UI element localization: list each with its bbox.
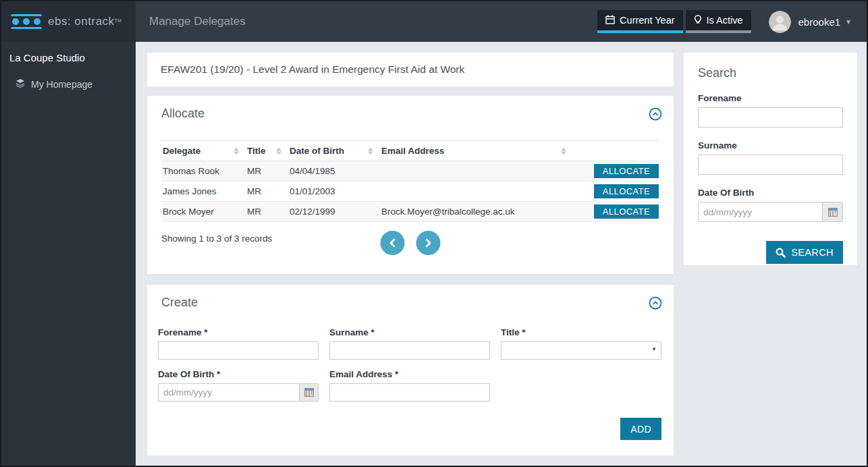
email-field[interactable] (329, 383, 490, 402)
dob-label: Date Of Birth * (158, 369, 319, 379)
title-select[interactable] (501, 341, 661, 360)
cell-title: MR (246, 161, 288, 182)
sort-icon[interactable] (234, 147, 239, 155)
search-button[interactable]: SEARCH (766, 241, 843, 264)
cell-email (380, 161, 573, 182)
header-controls: Current Year Is Active ebrooke1 ▼ (597, 1, 867, 42)
main-content: EFAW201 (19/20) - Level 2 Award in Emerg… (136, 42, 867, 466)
search-dob-field[interactable] (698, 202, 822, 222)
brand-logo[interactable]: ebs: ontrack TM (1, 1, 136, 42)
create-collapse-button[interactable] (648, 296, 663, 310)
course-title: EFAW201 (19/20) - Level 2 Award in Emerg… (161, 63, 464, 76)
current-year-toggle[interactable]: Current Year (597, 10, 682, 33)
allocate-button[interactable]: ALLOCATE (594, 204, 659, 219)
user-avatar[interactable] (769, 11, 791, 33)
search-forename-label: Forename (698, 93, 843, 103)
table-row: James Jones MR 01/01/2003 ALLOCATE (161, 182, 659, 202)
next-page-button[interactable] (416, 231, 440, 255)
allocate-panel-header: Allocate (147, 96, 674, 121)
cell-delegate: Thomas Rook (161, 161, 246, 182)
allocate-collapse-button[interactable] (648, 107, 663, 121)
title-select-wrap (501, 341, 661, 360)
is-active-toggle[interactable]: Is Active (686, 10, 751, 33)
chevron-left-icon (388, 238, 396, 248)
title-field-group: Title * (501, 327, 661, 360)
brand-name: ebs: ontrack (48, 15, 115, 28)
page-title: Manage Delegates (149, 1, 246, 42)
sidebar-item-label: My Homepage (31, 79, 92, 90)
search-surname-field[interactable] (698, 155, 843, 175)
pagination (380, 231, 440, 255)
cell-dob: 01/01/2003 (288, 182, 380, 202)
dob-field[interactable] (158, 383, 299, 402)
allocate-panel: Allocate Delegate Title (147, 96, 674, 274)
email-field-group: Email Address * (329, 369, 490, 402)
search-actions: SEARCH (698, 241, 843, 264)
homepage-icon (16, 78, 25, 90)
cell-delegate: Brock Moyer (161, 202, 246, 222)
calendar-icon (304, 388, 314, 397)
app-window: ebs: ontrack TM Manage Delegates Current… (0, 0, 868, 467)
allocate-button[interactable]: ALLOCATE (594, 164, 659, 178)
sort-icon[interactable] (368, 147, 373, 155)
add-button[interactable]: ADD (620, 418, 661, 440)
ebs-logo-icon (11, 14, 42, 29)
surname-field[interactable] (329, 341, 490, 360)
sidebar: La Coupe Studio My Homepage (1, 42, 136, 466)
chevron-up-circle-icon (648, 296, 663, 310)
chevron-up-circle-icon (648, 107, 663, 121)
chevron-right-icon (424, 238, 432, 248)
cell-delegate: James Jones (161, 182, 246, 202)
allocate-panel-title: Allocate (161, 107, 205, 120)
allocate-button[interactable]: ALLOCATE (594, 184, 659, 198)
search-surname-label: Surname (698, 140, 843, 150)
sidebar-item-my-homepage[interactable]: My Homepage (1, 73, 136, 95)
calendar-picker-button[interactable] (299, 383, 319, 402)
surname-field-group: Surname * (329, 327, 490, 360)
main-column: EFAW201 (19/20) - Level 2 Award in Emerg… (147, 53, 674, 456)
table-row: Thomas Rook MR 04/04/1985 ALLOCATE (161, 161, 659, 182)
forename-field-group: Forename * (158, 327, 319, 360)
create-actions: ADD (147, 402, 674, 440)
column-header-title[interactable]: Title (246, 141, 288, 161)
search-column: Search Forename Surname Date Of Birth (684, 53, 857, 265)
dob-field-group: Date Of Birth * (158, 369, 319, 402)
is-active-label: Is Active (707, 15, 743, 26)
forename-label: Forename * (158, 327, 319, 337)
table-row: Brock Moyer MR 02/12/1999 Brock.Moyer@tr… (161, 202, 659, 222)
cell-title: MR (246, 182, 288, 202)
current-year-label: Current Year (620, 15, 674, 26)
title-label: Title * (501, 327, 661, 337)
search-forename-field[interactable] (698, 107, 843, 128)
surname-label: Surname * (329, 327, 490, 337)
cell-dob: 02/12/1999 (288, 202, 380, 222)
user-menu-caret-icon[interactable]: ▼ (845, 18, 852, 26)
cell-email: Brock.Moyer@tribalcollege.ac.uk (380, 202, 573, 222)
calendar-icon (828, 208, 838, 217)
username[interactable]: ebrooke1 (798, 16, 841, 28)
create-form: Forename * Surname * Title * Da (147, 310, 674, 402)
search-panel: Search Forename Surname Date Of Birth (684, 53, 857, 265)
column-header-delegate[interactable]: Delegate (161, 141, 246, 161)
search-panel-title: Search (698, 66, 843, 80)
column-header-dob[interactable]: Date of Birth (288, 141, 380, 161)
course-title-bar: EFAW201 (19/20) - Level 2 Award in Emerg… (147, 53, 674, 86)
email-label: Email Address * (329, 369, 490, 379)
sort-icon[interactable] (561, 147, 566, 155)
brand-trademark: TM (115, 18, 121, 23)
delegates-table: Delegate Title Date of Birth (161, 140, 659, 222)
previous-page-button[interactable] (380, 231, 404, 255)
calendar-picker-button[interactable] (822, 202, 843, 222)
studio-name: La Coupe Studio (1, 42, 136, 73)
forename-field[interactable] (158, 341, 319, 360)
column-header-email[interactable]: Email Address (380, 141, 573, 161)
search-surname-group: Surname (698, 140, 843, 175)
bulb-icon (694, 15, 702, 26)
search-dob-label: Date Of Birth (698, 188, 843, 198)
calendar-icon (605, 15, 615, 26)
sort-icon[interactable] (276, 147, 281, 155)
create-panel-header: Create (147, 285, 674, 310)
search-button-label: SEARCH (791, 247, 834, 258)
table-footer: Showing 1 to 3 of 3 records (161, 232, 659, 259)
search-dob-group: Date Of Birth (698, 188, 843, 222)
